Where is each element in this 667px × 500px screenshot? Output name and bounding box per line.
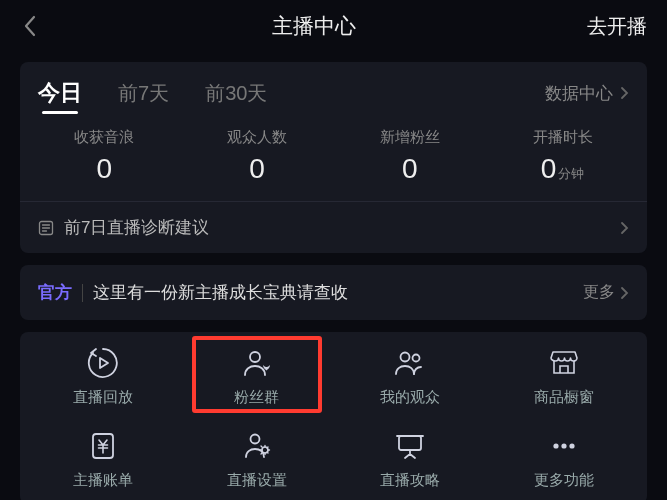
func-bill[interactable]: 主播账单 — [26, 429, 180, 490]
replay-icon — [86, 346, 120, 380]
svg-point-2 — [401, 353, 410, 362]
chevron-right-icon — [619, 86, 629, 100]
stat-value: 0 — [181, 153, 334, 185]
svg-point-9 — [562, 443, 567, 448]
banner-text: 这里有一份新主播成长宝典请查收 — [93, 281, 348, 304]
svg-point-3 — [413, 355, 420, 362]
divider — [82, 284, 83, 302]
stat-value: 0分钟 — [486, 153, 639, 185]
stat-label: 开播时长 — [486, 128, 639, 147]
func-replay[interactable]: 直播回放 — [26, 346, 180, 407]
banner-tag: 官方 — [38, 281, 72, 304]
tab-30days[interactable]: 前30天 — [205, 80, 267, 107]
audience-icon — [393, 346, 427, 380]
func-audience[interactable]: 我的观众 — [334, 346, 488, 407]
fangroup-icon — [240, 346, 274, 380]
stat-value: 0 — [28, 153, 181, 185]
chevron-right-icon — [619, 286, 629, 300]
functions-card: 直播回放 粉丝群 我的观众 商品橱窗 主播账单 — [20, 332, 647, 500]
func-showcase[interactable]: 商品橱窗 — [487, 346, 641, 407]
stat-duration: 开播时长 0分钟 — [486, 128, 639, 185]
func-settings[interactable]: 直播设置 — [180, 429, 334, 490]
func-label: 更多功能 — [534, 471, 594, 490]
storefront-icon — [547, 346, 581, 380]
func-label: 直播回放 — [73, 388, 133, 407]
stat-soundwave: 收获音浪 0 — [28, 128, 181, 185]
tab-7days[interactable]: 前7天 — [118, 80, 169, 107]
start-live-button[interactable]: 去开播 — [587, 13, 647, 40]
func-label: 直播设置 — [227, 471, 287, 490]
diagnosis-text: 前7日直播诊断建议 — [64, 216, 209, 239]
svg-point-10 — [570, 443, 575, 448]
func-fangroup[interactable]: 粉丝群 — [180, 346, 334, 407]
func-label: 主播账单 — [73, 471, 133, 490]
more-label: 更多 — [583, 282, 615, 303]
diagnosis-row[interactable]: 前7日直播诊断建议 — [20, 202, 647, 253]
func-guide[interactable]: 直播攻略 — [334, 429, 488, 490]
more-icon — [547, 429, 581, 463]
settings-icon — [240, 429, 274, 463]
stat-label: 收获音浪 — [28, 128, 181, 147]
data-center-label: 数据中心 — [545, 82, 613, 105]
official-banner[interactable]: 官方 这里有一份新主播成长宝典请查收 更多 — [20, 265, 647, 320]
data-center-link[interactable]: 数据中心 — [545, 82, 629, 105]
page-title: 主播中心 — [272, 12, 356, 40]
banner-more-link[interactable]: 更多 — [583, 282, 629, 303]
func-more[interactable]: 更多功能 — [487, 429, 641, 490]
svg-point-1 — [250, 352, 260, 362]
stat-label: 新增粉丝 — [334, 128, 487, 147]
stat-viewers: 观众人数 0 — [181, 128, 334, 185]
stat-unit: 分钟 — [558, 166, 584, 181]
func-label: 我的观众 — [380, 388, 440, 407]
stat-newfans: 新增粉丝 0 — [334, 128, 487, 185]
functions-grid: 直播回放 粉丝群 我的观众 商品橱窗 主播账单 — [26, 346, 641, 490]
stats-card: 今日 前7天 前30天 数据中心 收获音浪 0 观众人数 0 新增粉丝 0 开播… — [20, 62, 647, 253]
stat-value: 0 — [334, 153, 487, 185]
svg-point-8 — [554, 443, 559, 448]
func-label: 粉丝群 — [234, 388, 279, 407]
svg-point-5 — [250, 435, 259, 444]
func-label: 直播攻略 — [380, 471, 440, 490]
note-icon — [38, 220, 54, 236]
tab-today[interactable]: 今日 — [38, 78, 82, 108]
bill-icon — [86, 429, 120, 463]
chevron-right-icon — [619, 221, 629, 235]
svg-rect-7 — [399, 436, 421, 450]
time-tabs: 今日 前7天 前30天 数据中心 — [20, 68, 647, 114]
top-bar: 主播中心 去开播 — [0, 0, 667, 52]
presentation-icon — [393, 429, 427, 463]
func-label: 商品橱窗 — [534, 388, 594, 407]
back-icon[interactable] — [20, 16, 40, 36]
stats-row: 收获音浪 0 观众人数 0 新增粉丝 0 开播时长 0分钟 — [20, 114, 647, 201]
stat-label: 观众人数 — [181, 128, 334, 147]
